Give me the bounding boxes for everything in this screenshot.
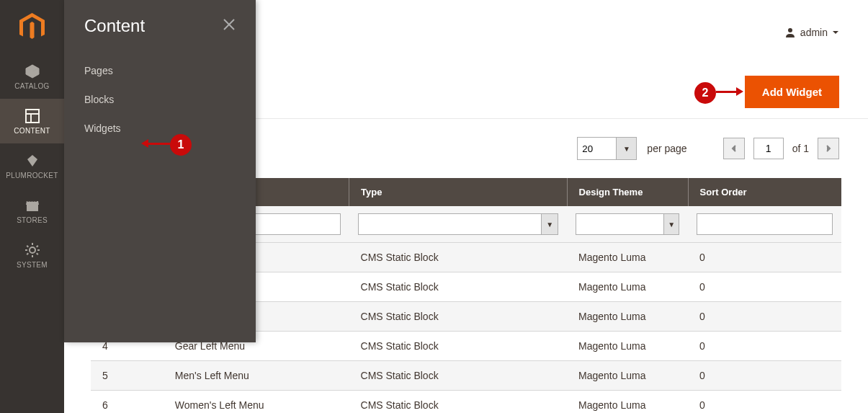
cell-sort: 0 [688,243,841,272]
col-header-theme[interactable]: Design Theme [567,178,688,206]
cell-theme: Magento Luma [567,243,688,272]
svg-point-3 [30,247,35,253]
user-name: admin [800,27,828,38]
submenu-item-pages[interactable]: Pages [64,56,256,85]
annotation-badge-1: 1 [170,134,192,156]
sidebar-item-catalog[interactable]: CATALOG [0,54,64,99]
cell-type: CMS Static Block [349,361,568,391]
user-icon [784,27,796,38]
pagination: ▼ per page of 1 [577,137,839,160]
filter-theme-select[interactable] [576,213,663,235]
magento-logo-icon [19,13,45,42]
col-header-type[interactable]: Type [349,178,568,206]
sidebar-nav: CATALOG CONTENT PLUMROCKET STORES SYSTEM [0,0,64,413]
cell-sort: 0 [688,391,841,414]
sidebar-item-label: CONTENT [14,127,50,135]
cell-theme: Magento Luma [567,391,688,414]
sidebar-item-system[interactable]: SYSTEM [0,233,64,277]
annotation-badge-2: 2 [694,82,716,104]
magento-logo[interactable] [0,0,64,54]
submenu-header: Content [64,0,256,49]
content-submenu: Content Pages Blocks Widgets [64,0,256,342]
cell-id: 5 [91,361,164,391]
cell-widget: Women's Left Menu [164,391,349,414]
cell-type: CMS Static Block [349,302,568,332]
close-icon[interactable] [223,18,236,35]
gear-icon [24,242,40,258]
table-row[interactable]: 5Men's Left MenuCMS Static BlockMagento … [91,361,841,391]
page-next-button[interactable] [818,138,839,159]
submenu-item-blocks[interactable]: Blocks [64,85,256,114]
cell-type: CMS Static Block [349,243,568,272]
cell-sort: 0 [688,302,841,332]
sidebar-item-label: SYSTEM [17,261,48,269]
svg-point-6 [788,28,792,32]
sidebar-item-label: CATALOG [14,82,49,90]
chevron-down-icon[interactable]: ▼ [541,213,558,235]
filter-type-select[interactable] [358,213,542,235]
sidebar-item-label: STORES [17,216,48,224]
annotation-arrow-2 [716,91,745,93]
page-prev-button[interactable] [723,138,745,159]
cell-sort: 0 [688,361,841,391]
sidebar-item-plumrocket[interactable]: PLUMROCKET [0,143,64,188]
user-menu[interactable]: admin [784,27,839,38]
cell-type: CMS Static Block [349,332,568,361]
sidebar-item-stores[interactable]: STORES [0,188,64,233]
storefront-icon [24,197,40,213]
cell-id: 6 [91,391,164,414]
sidebar-item-content[interactable]: CONTENT [0,99,64,143]
per-page-select[interactable] [577,137,617,160]
col-header-sort[interactable]: Sort Order [688,178,841,206]
annotation-arrow-1 [141,143,170,145]
chevron-down-icon[interactable]: ▼ [617,137,637,160]
page-of-text: of 1 [792,143,809,154]
chevron-down-icon[interactable]: ▼ [663,213,679,235]
layout-icon [24,108,40,124]
cell-theme: Magento Luma [567,332,688,361]
cell-sort: 0 [688,272,841,302]
diamond-icon [24,153,40,169]
cell-type: CMS Static Block [349,272,568,302]
table-row[interactable]: 6Women's Left MenuCMS Static BlockMagent… [91,391,841,414]
cell-theme: Magento Luma [567,361,688,391]
cell-sort: 0 [688,332,841,361]
filter-sort-input[interactable] [697,213,833,235]
sidebar-item-label: PLUMROCKET [6,172,58,179]
cube-icon [24,63,40,79]
per-page-label: per page [647,143,686,154]
add-widget-button[interactable]: Add Widget [745,76,839,108]
page-number-input[interactable] [753,138,784,159]
cell-theme: Magento Luma [567,272,688,302]
cell-widget: Men's Left Menu [164,361,349,391]
svg-rect-0 [26,110,39,123]
cell-type: CMS Static Block [349,391,568,414]
chevron-down-icon [832,27,839,38]
cell-theme: Magento Luma [567,302,688,332]
submenu-items: Pages Blocks Widgets [64,49,256,150]
submenu-item-widgets[interactable]: Widgets [64,114,256,143]
submenu-title: Content [84,16,145,36]
